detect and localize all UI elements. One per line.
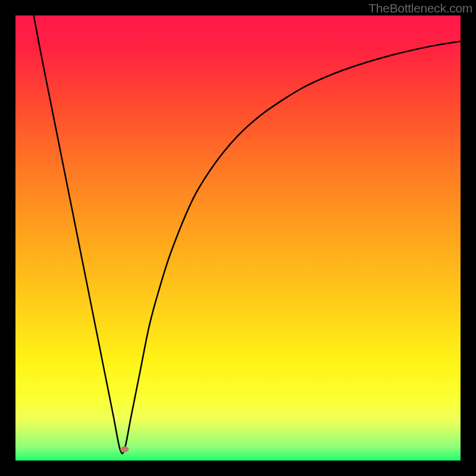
plot-area — [8, 8, 468, 468]
chart-root: TheBottleneck.com — [0, 0, 476, 476]
chart-svg — [0, 0, 476, 476]
optimal-point-marker — [120, 446, 129, 452]
plot-background — [15, 15, 461, 461]
watermark: TheBottleneck.com — [368, 1, 472, 15]
